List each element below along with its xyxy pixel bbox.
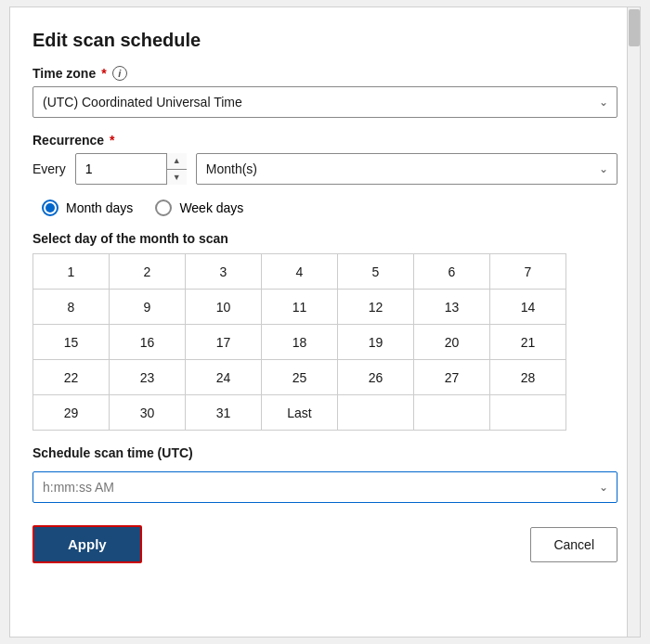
timezone-select-wrapper: (UTC) Coordinated Universal Time (UTC-05… <box>32 86 618 118</box>
apply-button[interactable]: Apply <box>32 525 142 563</box>
month-days-radio[interactable] <box>42 200 58 216</box>
every-label: Every <box>32 161 66 176</box>
day-grid: 1234567891011121314151617181920212223242… <box>32 253 566 431</box>
timezone-label-text: Time zone <box>32 66 96 81</box>
day-cell[interactable]: 5 <box>338 254 414 290</box>
timezone-label: Time zone * i <box>32 66 618 81</box>
day-cell[interactable]: 7 <box>490 254 566 290</box>
recurrence-required: * <box>110 133 114 148</box>
recurrence-period-wrapper: Day(s) Week(s) Month(s) Year(s) ⌄ <box>196 153 618 185</box>
day-cell[interactable]: 19 <box>338 325 414 360</box>
day-cell[interactable]: 29 <box>33 395 110 431</box>
day-cell[interactable]: 25 <box>262 360 338 395</box>
calendar-section: Select day of the month to scan 12345678… <box>32 231 618 431</box>
timezone-select[interactable]: (UTC) Coordinated Universal Time (UTC-05… <box>32 86 618 118</box>
day-cell[interactable]: 26 <box>338 360 414 395</box>
month-days-radio-label[interactable]: Month days <box>42 200 133 216</box>
week-days-radio-label[interactable]: Week days <box>155 200 243 216</box>
time-input-wrapper: ⌄ <box>32 471 618 503</box>
day-cell[interactable]: 9 <box>110 290 186 325</box>
timezone-info-icon[interactable]: i <box>112 66 127 81</box>
day-cell[interactable]: 6 <box>414 254 490 290</box>
month-days-label: Month days <box>66 200 133 215</box>
day-cell[interactable]: 13 <box>414 290 490 325</box>
scan-time-section: Schedule scan time (UTC) ⌄ <box>32 445 618 503</box>
day-cell <box>414 395 490 431</box>
scrollbar[interactable] <box>627 7 640 637</box>
recurrence-label: Recurrence * <box>32 133 618 148</box>
day-cell[interactable]: 30 <box>110 395 186 431</box>
day-cell[interactable]: 11 <box>262 290 338 325</box>
day-cell[interactable]: 15 <box>33 325 110 360</box>
day-cell[interactable]: 21 <box>490 325 566 360</box>
timezone-section: Time zone * i (UTC) Coordinated Universa… <box>32 66 618 118</box>
day-cell[interactable]: 3 <box>186 254 262 290</box>
day-cell[interactable]: 10 <box>186 290 262 325</box>
cancel-button[interactable]: Cancel <box>530 527 618 562</box>
day-cell[interactable]: 8 <box>33 290 110 325</box>
recurrence-period-select[interactable]: Day(s) Week(s) Month(s) Year(s) <box>196 153 618 185</box>
timezone-required: * <box>101 66 106 81</box>
page-title: Edit scan schedule <box>32 30 618 51</box>
day-cell[interactable]: 24 <box>186 360 262 395</box>
day-cell[interactable]: 28 <box>490 360 566 395</box>
day-cell <box>490 395 566 431</box>
day-cell[interactable]: 31 <box>186 395 262 431</box>
scan-time-label-text: Schedule scan time (UTC) <box>32 445 193 460</box>
calendar-label: Select day of the month to scan <box>32 231 618 246</box>
recurrence-label-text: Recurrence <box>32 133 104 148</box>
scan-time-label: Schedule scan time (UTC) <box>32 445 618 460</box>
day-cell[interactable]: 27 <box>414 360 490 395</box>
recurrence-number-wrapper: ▲ ▼ <box>75 153 187 185</box>
day-cell[interactable]: 2 <box>110 254 186 290</box>
day-cell[interactable]: 12 <box>338 290 414 325</box>
day-cell <box>338 395 414 431</box>
day-cell[interactable]: Last <box>262 395 338 431</box>
day-cell[interactable]: 20 <box>414 325 490 360</box>
recurrence-section: Recurrence * Every ▲ ▼ Day(s) Week(s) Mo… <box>32 133 618 185</box>
day-cell[interactable]: 18 <box>262 325 338 360</box>
edit-scan-schedule-panel: Edit scan schedule Time zone * i (UTC) C… <box>9 6 641 638</box>
day-cell[interactable]: 4 <box>262 254 338 290</box>
spin-buttons: ▲ ▼ <box>166 153 187 185</box>
day-cell[interactable]: 16 <box>110 325 186 360</box>
footer-buttons: Apply Cancel <box>32 525 618 563</box>
spin-down-button[interactable]: ▼ <box>167 170 187 186</box>
day-cell[interactable]: 23 <box>110 360 186 395</box>
week-days-label: Week days <box>179 200 243 215</box>
week-days-radio[interactable] <box>155 200 172 216</box>
day-cell[interactable]: 17 <box>186 325 262 360</box>
scan-time-input[interactable] <box>32 471 618 503</box>
day-cell[interactable]: 22 <box>33 360 110 395</box>
recurrence-row: Every ▲ ▼ Day(s) Week(s) Month(s) Year(s… <box>32 153 618 185</box>
scrollbar-thumb <box>629 9 640 46</box>
day-type-radio-group: Month days Week days <box>42 200 618 216</box>
day-cell[interactable]: 1 <box>33 254 110 290</box>
day-cell[interactable]: 14 <box>490 290 566 325</box>
spin-up-button[interactable]: ▲ <box>167 153 187 170</box>
